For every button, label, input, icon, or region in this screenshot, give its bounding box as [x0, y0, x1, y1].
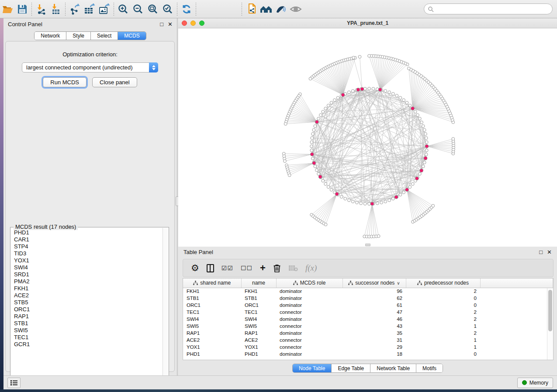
- graph-node[interactable]: [351, 89, 354, 93]
- mcds-result-node[interactable]: STP4: [14, 243, 163, 250]
- mcds-result-node[interactable]: ACE2: [14, 292, 163, 299]
- graph-node[interactable]: [388, 199, 391, 202]
- graph-node[interactable]: [363, 202, 367, 205]
- graph-node[interactable]: [330, 188, 333, 191]
- graph-node[interactable]: [424, 133, 427, 136]
- graph-node[interactable]: [425, 137, 428, 140]
- graph-node[interactable]: [344, 197, 347, 200]
- close-panel-button[interactable]: Close panel: [92, 77, 137, 87]
- cell-MCDS-role[interactable]: connector: [276, 344, 343, 351]
- graph-node[interactable]: [310, 145, 313, 148]
- cell-MCDS-role[interactable]: connector: [276, 323, 343, 330]
- graph-node[interactable]: [377, 235, 380, 238]
- export-table-icon[interactable]: [82, 2, 97, 17]
- cell-shared-name[interactable]: ORC1: [183, 302, 241, 309]
- graph-node[interactable]: [284, 122, 287, 125]
- graph-node[interactable]: [368, 55, 371, 58]
- graph-node[interactable]: [330, 101, 333, 104]
- graph-node[interactable]: [327, 104, 330, 107]
- table-row[interactable]: SWI5SWI5connector431: [183, 323, 553, 330]
- task-history-button[interactable]: [7, 378, 21, 388]
- graph-dominator-node[interactable]: [312, 162, 316, 165]
- graph-node[interactable]: [411, 182, 414, 186]
- vizmapper-eye-icon[interactable]: [273, 2, 288, 17]
- export-network-icon[interactable]: [67, 2, 82, 17]
- graph-node[interactable]: [333, 99, 336, 102]
- graph-node[interactable]: [352, 56, 355, 59]
- export-image-icon[interactable]: [97, 2, 112, 17]
- mcds-result-node[interactable]: ORC1: [14, 306, 163, 313]
- cell-predecessor-nodes[interactable]: 0: [406, 302, 480, 309]
- column-header-MCDS-role[interactable]: MCDS role: [276, 279, 343, 288]
- graph-node[interactable]: [380, 201, 383, 204]
- graph-node[interactable]: [327, 186, 330, 189]
- cell-MCDS-role[interactable]: dominator: [276, 288, 343, 295]
- show-columns-icon[interactable]: [207, 264, 214, 272]
- table-scrollbar-thumb[interactable]: [548, 290, 552, 331]
- mcds-result-node[interactable]: TID3: [14, 250, 163, 257]
- table-row[interactable]: ORC1ORC1dominator610: [183, 302, 553, 309]
- graph-node[interactable]: [314, 165, 317, 168]
- cell-shared-name[interactable]: SWI4: [183, 316, 241, 323]
- tab-network-table[interactable]: Network Table: [370, 364, 416, 372]
- cell-MCDS-role[interactable]: dominator: [276, 316, 343, 323]
- float-table-panel-icon[interactable]: □: [539, 249, 543, 255]
- mcds-result-node[interactable]: TEC1: [14, 334, 163, 341]
- graph-dominator-node[interactable]: [405, 188, 409, 192]
- graph-node[interactable]: [395, 94, 398, 97]
- table-row[interactable]: YOX1YOX1connector291: [183, 344, 553, 351]
- cell-MCDS-role[interactable]: dominator: [276, 295, 343, 302]
- graph-node[interactable]: [368, 203, 371, 206]
- mcds-result-node[interactable]: STB1: [14, 320, 163, 327]
- cell-shared-name[interactable]: ACE2: [183, 337, 241, 344]
- canvas-resize-handle[interactable]: [365, 244, 370, 246]
- cell-successor-nodes[interactable]: 47: [343, 309, 406, 316]
- graph-node[interactable]: [356, 201, 359, 204]
- cell-successor-nodes[interactable]: 62: [343, 295, 406, 302]
- eye-icon[interactable]: [288, 2, 303, 17]
- cell-shared-name[interactable]: STB1: [183, 295, 241, 302]
- graph-node[interactable]: [422, 125, 425, 128]
- column-header-successor-nodes[interactable]: successor nodes∨: [343, 279, 406, 288]
- graph-node[interactable]: [399, 96, 402, 100]
- graph-node[interactable]: [324, 182, 327, 186]
- run-mcds-button[interactable]: Run MCDS: [43, 77, 86, 87]
- cell-predecessor-nodes[interactable]: 1: [406, 323, 480, 330]
- save-session-icon[interactable]: [15, 2, 30, 17]
- column-header-predecessor-nodes[interactable]: predecessor nodes: [406, 279, 480, 288]
- graph-node[interactable]: [322, 179, 325, 182]
- cell-predecessor-nodes[interactable]: 2: [406, 330, 480, 337]
- graph-node[interactable]: [284, 160, 287, 163]
- graph-node[interactable]: [314, 125, 317, 128]
- graph-dominator-node[interactable]: [415, 177, 419, 180]
- session-home-icon[interactable]: [259, 2, 273, 17]
- graph-dominator-node[interactable]: [335, 193, 339, 196]
- graph-node[interactable]: [317, 172, 320, 175]
- cell-successor-nodes[interactable]: 96: [343, 288, 406, 295]
- mcds-result-node[interactable]: PHD1: [14, 229, 163, 236]
- graph-node[interactable]: [399, 193, 402, 196]
- graph-node[interactable]: [425, 153, 428, 156]
- cell-successor-nodes[interactable]: 43: [343, 323, 406, 330]
- table-settings-gear-icon[interactable]: ⚙: [191, 263, 199, 273]
- graph-node[interactable]: [391, 197, 394, 200]
- column-header-shared-name[interactable]: shared name: [183, 279, 241, 288]
- cell-name[interactable]: TEC1: [241, 309, 276, 316]
- tab-style[interactable]: Style: [66, 32, 91, 40]
- cell-shared-name[interactable]: TEC1: [183, 309, 241, 316]
- mcds-result-node[interactable]: GCR1: [14, 341, 163, 348]
- cell-MCDS-role[interactable]: dominator: [276, 351, 343, 358]
- criterion-dropdown[interactable]: largest connected component (undirected): [22, 62, 158, 72]
- cell-MCDS-role[interactable]: dominator: [276, 302, 343, 309]
- delete-column-trash-icon[interactable]: [273, 264, 281, 273]
- import-network-icon[interactable]: [34, 2, 48, 17]
- cell-successor-nodes[interactable]: 18: [343, 351, 406, 358]
- zoom-in-icon[interactable]: [116, 2, 131, 17]
- table-row[interactable]: RAP1RAP1dominator352: [183, 330, 553, 337]
- cell-MCDS-role[interactable]: dominator: [276, 330, 343, 337]
- graph-node[interactable]: [384, 200, 387, 203]
- zoom-fit-icon[interactable]: [145, 2, 160, 17]
- graph-node[interactable]: [312, 128, 315, 131]
- cell-name[interactable]: RAP1: [241, 330, 276, 337]
- graph-dominator-node[interactable]: [341, 93, 345, 97]
